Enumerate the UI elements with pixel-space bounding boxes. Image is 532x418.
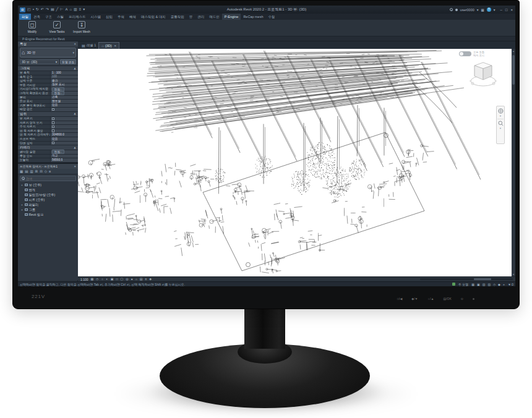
edit-button[interactable]: 편집... bbox=[52, 91, 64, 95]
tree-item[interactable]: 시트 (모두) bbox=[18, 197, 78, 202]
view-scale-button[interactable]: 1:100 bbox=[80, 278, 88, 281]
checkbox[interactable] bbox=[52, 129, 54, 132]
editable-only-icon[interactable] bbox=[452, 283, 455, 286]
ribbon-tab-14[interactable]: 애드인 bbox=[207, 14, 222, 20]
measure-icon[interactable]: ╱ bbox=[56, 7, 59, 12]
horizontal-scroll-thumb[interactable] bbox=[474, 278, 491, 280]
property-value-cell[interactable] bbox=[50, 117, 78, 121]
print-icon[interactable]: ▤ bbox=[51, 7, 54, 12]
user-caret-icon[interactable]: ▾ bbox=[477, 8, 479, 12]
zoom-icon[interactable] bbox=[498, 121, 504, 126]
tree-item[interactable]: 일람표/수량 (모두) bbox=[18, 192, 78, 197]
aligned-dimension-icon[interactable]: ⊢ bbox=[60, 7, 63, 12]
ribbon-tab-13[interactable]: 관리 bbox=[195, 14, 207, 20]
horizontal-scrollbar[interactable] bbox=[420, 278, 513, 280]
ribbon-tab-6[interactable]: 시스템 bbox=[88, 14, 104, 20]
thin-lines-icon[interactable]: ≡ bbox=[79, 7, 82, 12]
property-value-cell[interactable]: 304800.0 bbox=[50, 133, 78, 137]
browser-tool-icon-6[interactable]: ◇ bbox=[45, 169, 47, 173]
redo-icon[interactable]: ↷ bbox=[46, 7, 49, 12]
property-value-cell[interactable]: 편집... bbox=[50, 87, 78, 91]
temporary-hide-isolate-icon[interactable]: ◎ bbox=[126, 277, 128, 281]
property-value-cell[interactable] bbox=[50, 125, 78, 129]
ribbon-tab-12[interactable]: 뷰 bbox=[187, 14, 195, 20]
edit-button[interactable]: 편집... bbox=[52, 150, 64, 154]
tree-item[interactable]: +패밀리 bbox=[18, 202, 78, 207]
tree-item[interactable]: +그룹 bbox=[18, 207, 78, 212]
navigation-bar[interactable]: ▾ ▾ bbox=[496, 106, 505, 144]
active-workset[interactable]: 주 모델 bbox=[458, 283, 468, 286]
user-name[interactable]: user0000 bbox=[460, 8, 474, 12]
text-icon[interactable]: A bbox=[65, 7, 67, 12]
sun-path-icon[interactable]: ☼ bbox=[101, 277, 104, 281]
restore-button[interactable]: □ bbox=[505, 8, 508, 12]
browser-tool-icon-1[interactable]: ▦ bbox=[20, 169, 23, 173]
ribbon-tab-3[interactable]: 구조 bbox=[43, 14, 54, 20]
shadows-icon[interactable]: ◐ bbox=[106, 277, 108, 281]
property-value-cell[interactable]: 참조별 bbox=[50, 100, 78, 103]
close-button[interactable]: × bbox=[510, 8, 513, 12]
nav-zoom-caret-icon[interactable]: ▾ bbox=[500, 127, 501, 130]
scroll-up-icon[interactable]: ▴ bbox=[512, 49, 515, 53]
ribbon-tab-8[interactable]: 주석 bbox=[115, 14, 127, 20]
checkbox[interactable] bbox=[52, 126, 54, 128]
open-icon[interactable]: ◰ bbox=[27, 7, 31, 12]
edit-type-button[interactable]: 유형 편집 bbox=[60, 59, 76, 64]
nav-caret-icon[interactable]: ▾ bbox=[500, 115, 501, 117]
vertical-scroll-thumb[interactable] bbox=[512, 55, 515, 85]
osd-input-button[interactable]: □/◀ bbox=[397, 297, 402, 301]
reveal-hidden-elements-icon[interactable]: ● bbox=[131, 277, 133, 281]
section-header[interactable]: 범위∧ bbox=[18, 111, 78, 116]
default-3d-view-icon[interactable]: ⌂ bbox=[69, 7, 72, 12]
tree-item[interactable]: Revit 링크 bbox=[18, 212, 78, 217]
worksharing-display-icon[interactable]: ◈ bbox=[149, 277, 152, 281]
modify-button[interactable]: ◻Modify bbox=[22, 21, 43, 33]
osd-power-button[interactable]: ⊙ bbox=[461, 297, 463, 301]
view-tasks-button[interactable]: ✓View Tasks bbox=[46, 21, 67, 33]
type-selector[interactable]: ⌂ 3D 뷰 ▾ bbox=[20, 48, 76, 58]
expand-icon[interactable]: + bbox=[20, 183, 24, 187]
property-value-cell[interactable] bbox=[50, 108, 78, 111]
view-tab-close-icon[interactable]: × bbox=[114, 44, 117, 48]
expand-icon[interactable]: + bbox=[20, 203, 24, 207]
ribbon-tab-9[interactable]: 해석 bbox=[127, 14, 139, 20]
select-underlay-icon[interactable]: ▨ bbox=[488, 283, 491, 286]
select-by-face-icon[interactable]: ◆ bbox=[498, 283, 500, 286]
property-value-cell[interactable] bbox=[50, 129, 78, 133]
ribbon-tab-4[interactable]: 스틸 bbox=[54, 14, 66, 20]
show-crop-region-icon[interactable]: ▢ bbox=[121, 277, 124, 281]
overlay-toggle[interactable]: 모드 전환 메쉬 표시 bbox=[459, 51, 484, 57]
properties-close-icon[interactable]: × bbox=[74, 42, 76, 46]
displaced-elements-icon[interactable]: ▤ bbox=[140, 277, 143, 281]
property-value-cell[interactable]: 100 bbox=[50, 75, 78, 79]
select-pinned-icon[interactable]: ◇ bbox=[493, 283, 496, 286]
help-caret-icon[interactable]: ▾ bbox=[494, 8, 496, 12]
property-value-cell[interactable]: 편집... bbox=[50, 150, 78, 154]
worksets-icon[interactable]: ▦ bbox=[471, 283, 474, 286]
property-value-cell[interactable]: 직교 bbox=[50, 155, 78, 158]
save-icon[interactable]: ▪ bbox=[33, 7, 34, 12]
drag-on-selection-icon[interactable]: + bbox=[503, 283, 505, 286]
search-icon[interactable] bbox=[450, 8, 453, 11]
project-browser-close-icon[interactable]: × bbox=[74, 164, 76, 168]
osd-down-button[interactable]: ◆/▼ bbox=[411, 297, 418, 301]
workspaces-icon[interactable]: ▦ bbox=[481, 8, 484, 12]
toggle-switch[interactable] bbox=[459, 51, 471, 56]
tree-item[interactable]: +뷰 (모두) bbox=[18, 182, 78, 187]
expand-icon[interactable]: + bbox=[20, 208, 24, 211]
select-links-icon[interactable]: ▧ bbox=[483, 283, 486, 286]
property-value-cell[interactable] bbox=[50, 142, 78, 145]
browser-tool-icon-2[interactable]: ▤ bbox=[25, 169, 28, 173]
detail-level-icon[interactable]: ▦ bbox=[91, 277, 94, 281]
ribbon-tab-7[interactable]: 삽입 bbox=[103, 14, 115, 20]
customize-caret[interactable]: ▾ bbox=[83, 7, 85, 12]
scroll-down-icon[interactable]: ▾ bbox=[512, 273, 515, 276]
view-tab[interactable]: ⌂{3D}× bbox=[98, 42, 119, 49]
undo-icon[interactable]: ↶ bbox=[41, 7, 44, 12]
property-value-cell[interactable]: 편집... bbox=[50, 92, 78, 95]
vertical-scrollbar[interactable]: ▴ ▾ bbox=[512, 49, 515, 276]
import-mesh-button[interactable]: ↧Import Mesh bbox=[71, 21, 92, 33]
property-value-cell[interactable]: 없음 bbox=[50, 137, 78, 141]
sync-icon[interactable]: ↻ bbox=[36, 7, 39, 12]
ribbon-tab-15[interactable]: P-Engine bbox=[222, 14, 241, 20]
